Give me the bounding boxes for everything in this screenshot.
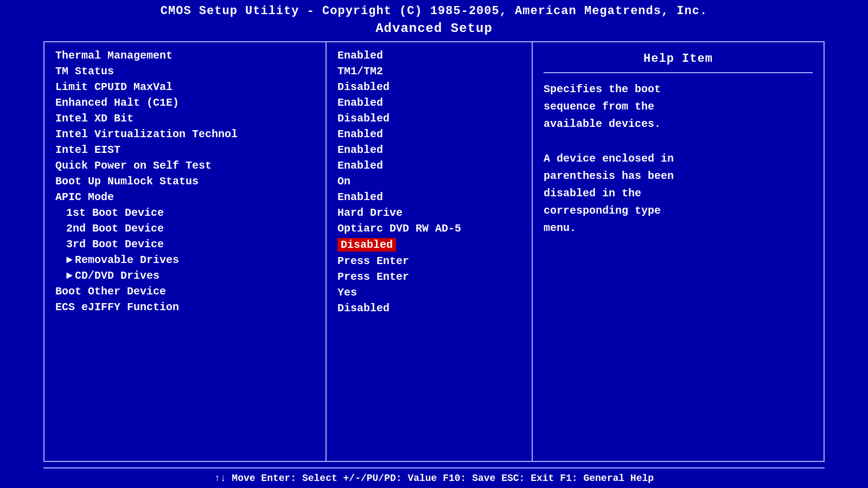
list-item[interactable]: Press Enter [337, 253, 521, 269]
list-item[interactable]: Disabled [337, 111, 521, 126]
bios-screen: CMOS Setup Utility - Copyright (C) 1985-… [0, 0, 868, 488]
list-item[interactable]: 3rd Boot Device [66, 236, 315, 252]
list-item[interactable]: Enhanced Halt (C1E) [55, 95, 315, 111]
list-item[interactable]: Disabled [337, 300, 521, 316]
list-item[interactable]: TM Status [55, 63, 315, 79]
list-item[interactable]: Intel XD Bit [55, 111, 315, 126]
list-item[interactable]: ► Removable Drives [66, 252, 315, 268]
list-item[interactable]: Enabled [337, 126, 521, 142]
list-item[interactable]: 1st Boot Device [66, 205, 315, 221]
list-item[interactable]: ► CD/DVD Drives [66, 268, 315, 284]
bottom-bar: ↑↓ Move Enter: Select +/-/PU/PD: Value F… [43, 467, 825, 488]
list-item[interactable]: Limit CPUID MaxVal [55, 79, 315, 95]
list-item[interactable]: Enabled [337, 189, 521, 205]
left-panel: Thermal Management TM Status Limit CPUID… [44, 42, 327, 461]
header-title: CMOS Setup Utility - Copyright (C) 1985-… [0, 0, 868, 20]
list-item[interactable]: Disabled [337, 79, 521, 95]
list-item[interactable]: TM1/TM2 [337, 63, 521, 79]
header-subtitle: Advanced Setup [0, 20, 868, 41]
list-item[interactable]: Enabled [337, 95, 521, 111]
list-item[interactable]: Quick Power on Self Test [55, 158, 315, 174]
list-item[interactable]: Enabled [337, 48, 521, 63]
list-item[interactable]: Boot Up Numlock Status [55, 174, 315, 189]
list-item[interactable]: 2nd Boot Device [66, 221, 315, 236]
list-item[interactable]: Enabled [337, 142, 521, 158]
help-header: Help Item [544, 48, 813, 73]
list-item[interactable]: Thermal Management [55, 48, 315, 63]
list-item[interactable]: On [337, 174, 521, 189]
list-item[interactable]: Boot Other Device [55, 284, 315, 299]
right-panel: Help Item Specifies the boot sequence fr… [533, 42, 824, 461]
list-item[interactable]: Yes [337, 285, 521, 300]
list-item[interactable]: APIC Mode [55, 189, 315, 205]
list-item[interactable]: ECS eJIFFY Function [55, 299, 315, 315]
arrow-icon: ► [66, 254, 73, 266]
list-item[interactable]: Hard Drive [337, 205, 521, 221]
list-item[interactable]: Press Enter [337, 269, 521, 285]
list-item[interactable]: Enabled [337, 158, 521, 174]
middle-panel: Enabled TM1/TM2 Disabled Enabled Disable… [327, 42, 533, 461]
help-text: Specifies the boot sequence from the ava… [544, 81, 813, 237]
list-item[interactable]: Intel Virtualization Technol [55, 126, 315, 142]
list-item[interactable]: Optiarc DVD RW AD-5 [337, 221, 521, 236]
main-content: Thermal Management TM Status Limit CPUID… [43, 41, 825, 462]
arrow-icon: ► [66, 269, 73, 282]
list-item[interactable]: Intel EIST [55, 142, 315, 158]
list-item-highlighted[interactable]: Disabled [337, 236, 521, 253]
